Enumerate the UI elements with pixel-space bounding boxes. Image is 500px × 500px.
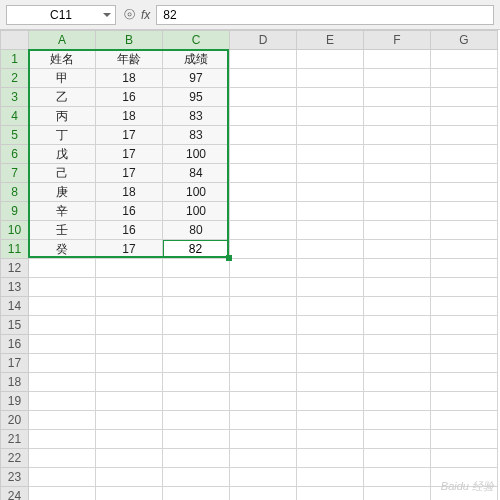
cell-E23[interactable] — [297, 468, 364, 487]
row-header-10[interactable]: 10 — [1, 221, 29, 240]
cell-D23[interactable] — [230, 468, 297, 487]
cell-D11[interactable] — [230, 240, 297, 259]
cell-D24[interactable] — [230, 487, 297, 501]
cell-A24[interactable] — [29, 487, 96, 501]
cell-B6[interactable]: 17 — [96, 145, 163, 164]
worksheet-grid[interactable]: ABCDEFG1姓名年龄成绩2甲18973乙16954丙18835丁17836戊… — [0, 30, 500, 500]
cell-F21[interactable] — [364, 430, 431, 449]
column-header-F[interactable]: F — [364, 31, 431, 50]
row-header-14[interactable]: 14 — [1, 297, 29, 316]
cell-F20[interactable] — [364, 411, 431, 430]
cell-C18[interactable] — [163, 373, 230, 392]
cell-D2[interactable] — [230, 69, 297, 88]
cell-A18[interactable] — [29, 373, 96, 392]
cell-B11[interactable]: 17 — [96, 240, 163, 259]
column-header-A[interactable]: A — [29, 31, 96, 50]
cell-C17[interactable] — [163, 354, 230, 373]
row-header-13[interactable]: 13 — [1, 278, 29, 297]
column-header-D[interactable]: D — [230, 31, 297, 50]
cell-A12[interactable] — [29, 259, 96, 278]
cell-F17[interactable] — [364, 354, 431, 373]
cell-G2[interactable] — [431, 69, 498, 88]
cell-A2[interactable]: 甲 — [29, 69, 96, 88]
cell-B22[interactable] — [96, 449, 163, 468]
cell-D19[interactable] — [230, 392, 297, 411]
cell-E2[interactable] — [297, 69, 364, 88]
cell-C7[interactable]: 84 — [163, 164, 230, 183]
cell-D16[interactable] — [230, 335, 297, 354]
cell-D3[interactable] — [230, 88, 297, 107]
cell-C1[interactable]: 成绩 — [163, 50, 230, 69]
column-header-B[interactable]: B — [96, 31, 163, 50]
cell-F11[interactable] — [364, 240, 431, 259]
column-header-C[interactable]: C — [163, 31, 230, 50]
cell-A10[interactable]: 壬 — [29, 221, 96, 240]
row-header-22[interactable]: 22 — [1, 449, 29, 468]
row-header-7[interactable]: 7 — [1, 164, 29, 183]
cell-E19[interactable] — [297, 392, 364, 411]
row-header-19[interactable]: 19 — [1, 392, 29, 411]
row-header-18[interactable]: 18 — [1, 373, 29, 392]
cell-D10[interactable] — [230, 221, 297, 240]
cell-G15[interactable] — [431, 316, 498, 335]
row-header-20[interactable]: 20 — [1, 411, 29, 430]
cell-E3[interactable] — [297, 88, 364, 107]
cell-A23[interactable] — [29, 468, 96, 487]
cell-B8[interactable]: 18 — [96, 183, 163, 202]
cell-E24[interactable] — [297, 487, 364, 501]
cell-A1[interactable]: 姓名 — [29, 50, 96, 69]
cell-D9[interactable] — [230, 202, 297, 221]
cell-D8[interactable] — [230, 183, 297, 202]
cell-F1[interactable] — [364, 50, 431, 69]
cell-G6[interactable] — [431, 145, 498, 164]
cell-A21[interactable] — [29, 430, 96, 449]
cell-F18[interactable] — [364, 373, 431, 392]
cell-F5[interactable] — [364, 126, 431, 145]
cell-D7[interactable] — [230, 164, 297, 183]
cell-B16[interactable] — [96, 335, 163, 354]
cell-F15[interactable] — [364, 316, 431, 335]
cell-C3[interactable]: 95 — [163, 88, 230, 107]
cell-A4[interactable]: 丙 — [29, 107, 96, 126]
cell-G7[interactable] — [431, 164, 498, 183]
cell-C24[interactable] — [163, 487, 230, 501]
row-header-21[interactable]: 21 — [1, 430, 29, 449]
row-header-24[interactable]: 24 — [1, 487, 29, 501]
cell-F8[interactable] — [364, 183, 431, 202]
cell-A19[interactable] — [29, 392, 96, 411]
cell-B19[interactable] — [96, 392, 163, 411]
cell-B14[interactable] — [96, 297, 163, 316]
cell-F24[interactable] — [364, 487, 431, 501]
cell-F22[interactable] — [364, 449, 431, 468]
cell-C15[interactable] — [163, 316, 230, 335]
cell-A3[interactable]: 乙 — [29, 88, 96, 107]
cell-C14[interactable] — [163, 297, 230, 316]
cell-D20[interactable] — [230, 411, 297, 430]
cell-B20[interactable] — [96, 411, 163, 430]
cell-B18[interactable] — [96, 373, 163, 392]
cell-B9[interactable]: 16 — [96, 202, 163, 221]
cell-F4[interactable] — [364, 107, 431, 126]
cell-G8[interactable] — [431, 183, 498, 202]
cell-A5[interactable]: 丁 — [29, 126, 96, 145]
cell-C9[interactable]: 100 — [163, 202, 230, 221]
row-header-5[interactable]: 5 — [1, 126, 29, 145]
cell-G20[interactable] — [431, 411, 498, 430]
cell-F13[interactable] — [364, 278, 431, 297]
cell-F16[interactable] — [364, 335, 431, 354]
cell-F10[interactable] — [364, 221, 431, 240]
formula-input[interactable]: 82 — [156, 5, 494, 25]
fx-label[interactable]: fx — [141, 8, 150, 22]
cell-B5[interactable]: 17 — [96, 126, 163, 145]
cell-F19[interactable] — [364, 392, 431, 411]
cell-D14[interactable] — [230, 297, 297, 316]
cell-G16[interactable] — [431, 335, 498, 354]
cell-F9[interactable] — [364, 202, 431, 221]
cell-E16[interactable] — [297, 335, 364, 354]
cell-B7[interactable]: 17 — [96, 164, 163, 183]
cell-E4[interactable] — [297, 107, 364, 126]
cell-E15[interactable] — [297, 316, 364, 335]
cell-E8[interactable] — [297, 183, 364, 202]
insert-function-icon[interactable]: ⦾ — [124, 6, 135, 23]
cell-A11[interactable]: 癸 — [29, 240, 96, 259]
